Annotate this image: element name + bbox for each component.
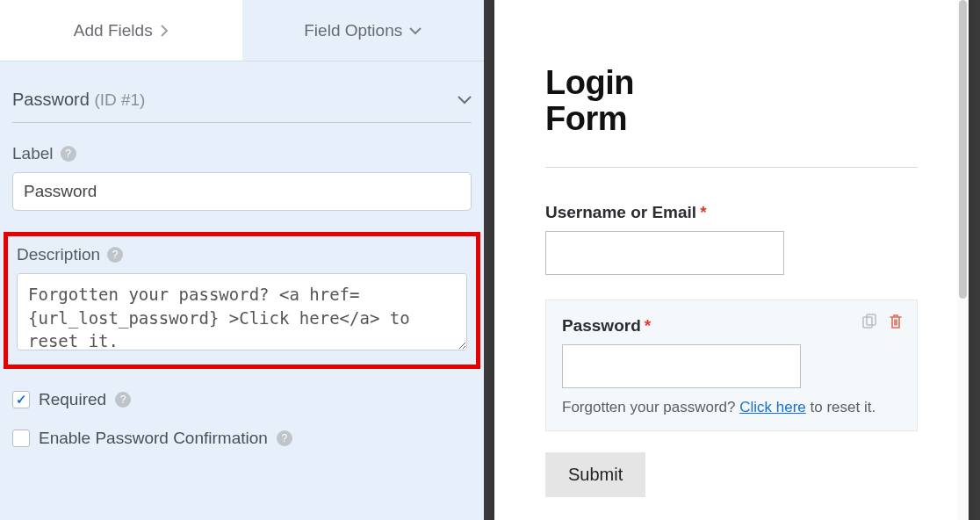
panel-gap	[484, 0, 494, 520]
field-settings-body: Password (ID #1) Label ? Description ? R…	[0, 61, 484, 467]
settings-panel: Add Fields Field Options Password (ID #1…	[0, 0, 484, 520]
help-icon[interactable]: ?	[61, 146, 76, 162]
tab-field-options-label: Field Options	[304, 21, 402, 40]
title-divider	[545, 167, 918, 168]
field-header-text: Password (ID #1)	[12, 90, 145, 110]
submit-button[interactable]: Submit	[545, 452, 645, 497]
username-label: Username or Email *	[545, 203, 918, 222]
duplicate-icon[interactable]	[861, 313, 878, 330]
field-actions	[861, 313, 904, 330]
chevron-down-icon	[409, 26, 422, 35]
description-input[interactable]	[17, 273, 467, 350]
form-preview: Login Form Username or Email *	[494, 0, 969, 515]
desc-prefix: Forgotten your password?	[562, 399, 739, 415]
panel-tabs: Add Fields Field Options	[0, 0, 484, 61]
tab-field-options[interactable]: Field Options	[242, 0, 485, 61]
svg-rect-1	[867, 314, 876, 325]
username-input[interactable]	[545, 231, 784, 275]
enable-confirmation-checkbox[interactable]	[12, 430, 30, 447]
enable-confirmation-label: Enable Password Confirmation	[39, 429, 268, 448]
description-highlight: Description ?	[4, 232, 480, 369]
password-label: Password *	[562, 316, 901, 336]
form-title-line1: Login	[545, 64, 634, 101]
form-title-line2: Form	[545, 100, 627, 137]
svg-rect-0	[863, 317, 872, 328]
chevron-down-icon	[458, 92, 472, 108]
field-header[interactable]: Password (ID #1)	[12, 61, 472, 123]
username-field[interactable]: Username or Email *	[545, 203, 918, 275]
description-row-label: Description ?	[17, 245, 467, 264]
desc-suffix: to reset it.	[806, 399, 876, 415]
chevron-right-icon	[160, 25, 169, 37]
trash-icon[interactable]	[887, 313, 904, 330]
tab-add-fields[interactable]: Add Fields	[0, 0, 242, 61]
help-icon[interactable]: ?	[107, 247, 123, 263]
label-input[interactable]	[12, 172, 472, 211]
password-input[interactable]	[562, 344, 801, 388]
help-icon[interactable]: ?	[115, 392, 131, 408]
password-label-text: Password	[562, 316, 641, 336]
password-field-selected[interactable]: Password * Forgotten your password? Clic…	[545, 300, 918, 431]
password-description: Forgotten your password? Click here to r…	[562, 399, 901, 416]
required-label: Required	[39, 390, 106, 409]
description-label-text: Description	[17, 245, 100, 264]
label-row: Label ?	[12, 144, 472, 211]
required-asterisk: *	[700, 203, 706, 222]
form-title: Login Form	[545, 65, 918, 137]
form-preview-panel: Login Form Username or Email *	[494, 0, 969, 520]
required-row[interactable]: Required ?	[12, 390, 472, 409]
scrollbar-thumb[interactable]	[959, 0, 967, 299]
required-asterisk: *	[645, 316, 651, 336]
help-icon[interactable]: ?	[277, 430, 292, 446]
field-id: (ID #1)	[94, 90, 145, 109]
username-label-text: Username or Email	[545, 203, 696, 222]
field-name: Password	[12, 90, 90, 109]
required-checkbox[interactable]	[12, 391, 30, 408]
tab-add-fields-label: Add Fields	[74, 21, 153, 40]
enable-confirmation-row[interactable]: Enable Password Confirmation ?	[12, 429, 472, 448]
label-row-label: Label ?	[12, 144, 472, 163]
scrollbar[interactable]	[957, 0, 969, 520]
reset-password-link[interactable]: Click here	[739, 399, 806, 415]
label-text: Label	[12, 144, 54, 163]
